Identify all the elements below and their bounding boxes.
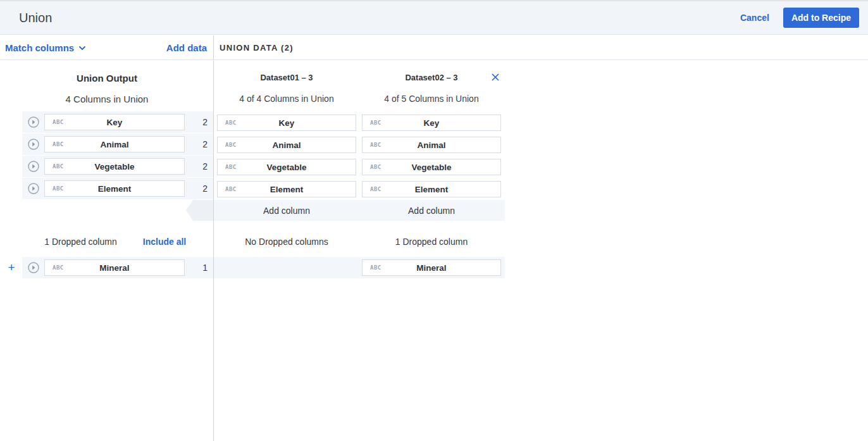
dropped-summary-row: 1 Dropped column Include all — [0, 228, 213, 257]
column-match-count: 2 — [202, 156, 208, 177]
dataset-field-row: ABCVegetableABCVegetable — [214, 156, 868, 178]
dataset-column-field[interactable]: ABCAnimal — [362, 137, 501, 153]
union-output-subtitle: 4 Columns in Union — [0, 94, 214, 104]
string-type-icon: ABC — [53, 185, 64, 192]
union-output-header: Union Output 4 Columns in Union — [0, 61, 213, 111]
dataset-column-field[interactable]: ABCAnimal — [217, 137, 356, 153]
dataset-column-field[interactable]: ABCElement — [362, 181, 501, 197]
string-type-icon: ABC — [225, 186, 237, 192]
add-column-row: Add columnAdd column — [214, 200, 868, 222]
dataset-field-row: ABCElementABCElement — [214, 178, 868, 200]
column-name: Animal — [45, 140, 184, 149]
dropped-column-row: +ABCMineral1 — [0, 257, 213, 278]
page-title: Union — [19, 11, 52, 25]
dataset-column-field[interactable]: ABCVegetable — [217, 159, 356, 175]
string-type-icon: ABC — [370, 142, 381, 148]
connector-row — [0, 200, 213, 222]
string-type-icon: ABC — [370, 186, 381, 192]
column-name: Animal — [218, 140, 356, 150]
chevron-down-icon — [78, 46, 86, 51]
dataset-dropped-summary: No Dropped columns — [217, 237, 356, 247]
dropped-summary-label: 1 Dropped column — [25, 237, 136, 247]
add-column-connector-notch — [186, 200, 213, 221]
column-name: Animal — [363, 140, 500, 150]
toolbar-left-section: Match columns Add data — [0, 35, 214, 60]
column-name-field[interactable]: ABCVegetable — [44, 158, 185, 175]
column-name: Vegetable — [45, 162, 184, 171]
dataset-subtitle: 4 of 5 Columns in Union — [362, 94, 501, 104]
dataset-subtitle: 4 of 4 Columns in Union — [217, 94, 356, 104]
column-match-count: 2 — [202, 111, 208, 133]
dataset-dropped-row: ABCMineral — [214, 257, 868, 278]
string-type-icon: ABC — [53, 119, 64, 125]
column-name: Element — [45, 184, 184, 194]
expand-row-icon[interactable] — [28, 116, 39, 128]
string-type-icon: ABC — [53, 163, 64, 170]
column-match-count: 2 — [202, 178, 208, 199]
union-column-row: ABCVegetable2 — [0, 156, 213, 177]
dataset-title: Dataset02 – 3 — [362, 73, 501, 82]
dropped-column-field[interactable]: ABCMineral — [362, 259, 501, 276]
union-data-heading: UNION DATA (2) — [220, 35, 294, 60]
column-match-count: 1 — [202, 257, 208, 278]
dropped-rows: +ABCMineral1 — [0, 257, 213, 278]
dataset-field-row: ABCKeyABCKey — [214, 111, 868, 134]
column-name-field[interactable]: ABCMineral — [44, 259, 185, 276]
column-name: Vegetable — [363, 163, 500, 172]
string-type-icon: ABC — [53, 141, 64, 147]
column-name: Mineral — [363, 263, 500, 273]
top-header-bar: Union Cancel Add to Recipe — [0, 1, 868, 35]
dataset-column-field[interactable]: ABCVegetable — [362, 159, 501, 175]
include-all-button[interactable]: Include all — [142, 237, 187, 247]
string-type-icon: ABC — [370, 120, 381, 126]
union-output-rows: ABCKey2ABCAnimal2ABCVegetable2ABCElement… — [0, 111, 213, 199]
union-column-row: ABCAnimal2 — [0, 134, 213, 155]
column-name-field[interactable]: ABCAnimal — [44, 136, 185, 152]
dataset-column-field[interactable]: ABCKey — [362, 115, 501, 131]
string-type-icon: ABC — [225, 120, 237, 126]
dataset-column-field[interactable]: ABCElement — [217, 181, 356, 197]
union-column-row: ABCElement2 — [0, 178, 213, 199]
cancel-button[interactable]: Cancel — [740, 13, 769, 23]
expand-row-icon[interactable] — [28, 161, 39, 172]
string-type-icon: ABC — [370, 164, 381, 170]
dataset-field-row: ABCAnimalABCAnimal — [214, 134, 868, 156]
column-name: Element — [363, 185, 500, 194]
union-output-title: Union Output — [0, 73, 214, 84]
union-data-panel: Dataset01 – 34 of 4 Columns in UnionData… — [214, 61, 868, 441]
dataset-title: Dataset01 – 3 — [217, 73, 356, 82]
add-to-recipe-button[interactable]: Add to Recipe — [783, 8, 859, 28]
expand-row-icon[interactable] — [28, 183, 39, 194]
column-name: Mineral — [45, 263, 184, 273]
string-type-icon: ABC — [225, 142, 237, 148]
secondary-toolbar: Match columns Add data UNION DATA (2) — [0, 35, 868, 60]
dataset-dropped-summary-row: No Dropped columns1 Dropped column — [214, 228, 868, 257]
match-columns-label: Match columns — [5, 42, 74, 53]
expand-row-icon[interactable] — [28, 262, 39, 273]
column-match-count: 2 — [202, 134, 208, 155]
add-plus-icon[interactable]: + — [5, 257, 18, 278]
string-type-icon: ABC — [370, 264, 381, 271]
union-output-panel: Union Output 4 Columns in Union ABCKey2A… — [0, 61, 214, 441]
add-data-button[interactable]: Add data — [166, 42, 207, 53]
add-column-button[interactable]: Add column — [217, 200, 356, 221]
column-name-field[interactable]: ABCElement — [44, 180, 185, 197]
string-type-icon: ABC — [53, 264, 64, 271]
column-name: Vegetable — [218, 163, 356, 172]
add-column-button[interactable]: Add column — [362, 200, 501, 221]
column-name-field[interactable]: ABCKey — [44, 114, 185, 130]
union-column-row: ABCKey2 — [0, 111, 213, 133]
column-name: Key — [45, 118, 184, 127]
dataset-field-rows: ABCKeyABCKeyABCAnimalABCAnimalABCVegetab… — [214, 111, 868, 200]
match-columns-dropdown[interactable]: Match columns — [5, 42, 86, 53]
column-name: Key — [218, 118, 356, 128]
expand-row-icon[interactable] — [28, 139, 39, 150]
dataset-dropped-summary: 1 Dropped column — [362, 237, 501, 247]
string-type-icon: ABC — [225, 164, 237, 170]
column-name: Element — [218, 185, 356, 194]
column-name: Key — [363, 118, 500, 128]
dataset-header-row: Dataset01 – 34 of 4 Columns in UnionData… — [214, 61, 868, 111]
dataset-column-field[interactable]: ABCKey — [217, 115, 356, 131]
